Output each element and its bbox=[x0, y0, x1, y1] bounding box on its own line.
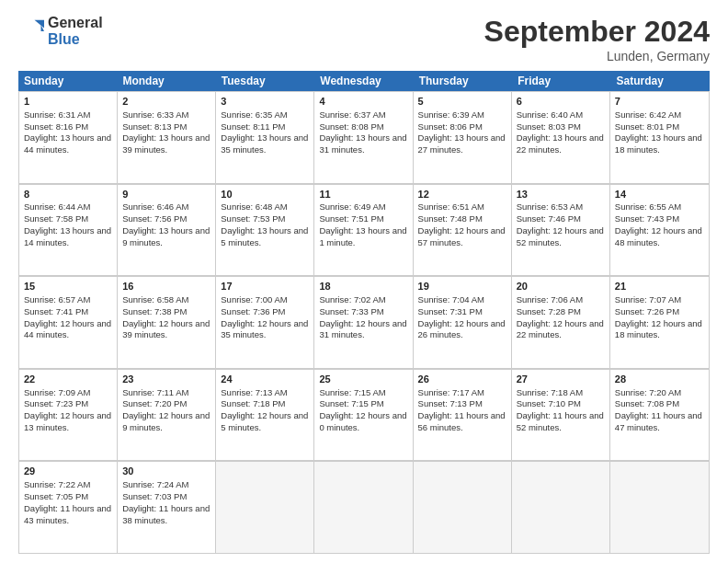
logo-icon bbox=[18, 18, 44, 44]
header-wednesday: Wednesday bbox=[314, 71, 413, 91]
day-7: 7Sunrise: 6:42 AMSunset: 8:01 PMDaylight… bbox=[610, 91, 709, 183]
page-title: September 2024 bbox=[484, 15, 710, 49]
day-30: 30Sunrise: 7:24 AMSunset: 7:03 PMDayligh… bbox=[118, 461, 216, 553]
day-15: 15Sunrise: 6:57 AMSunset: 7:41 PMDayligh… bbox=[19, 276, 118, 368]
page-subtitle: Lunden, Germany bbox=[484, 49, 710, 63]
empty-1 bbox=[216, 461, 314, 553]
day-4: 4Sunrise: 6:37 AMSunset: 8:08 PMDaylight… bbox=[314, 91, 413, 183]
day-14: 14Sunrise: 6:55 AMSunset: 7:43 PMDayligh… bbox=[610, 184, 709, 276]
day-18: 18Sunrise: 7:02 AMSunset: 7:33 PMDayligh… bbox=[314, 276, 413, 368]
day-3: 3Sunrise: 6:35 AMSunset: 8:11 PMDaylight… bbox=[216, 91, 314, 183]
week-row-3: 15Sunrise: 6:57 AMSunset: 7:41 PMDayligh… bbox=[19, 276, 709, 369]
day-19: 19Sunrise: 7:04 AMSunset: 7:31 PMDayligh… bbox=[414, 276, 512, 368]
logo: General Blue bbox=[18, 15, 103, 47]
day-26: 26Sunrise: 7:17 AMSunset: 7:13 PMDayligh… bbox=[414, 369, 512, 461]
day-5: 5Sunrise: 6:39 AMSunset: 8:06 PMDaylight… bbox=[414, 91, 512, 183]
day-22: 22Sunrise: 7:09 AMSunset: 7:23 PMDayligh… bbox=[19, 369, 118, 461]
empty-4 bbox=[512, 461, 610, 553]
header-monday: Monday bbox=[117, 71, 215, 91]
empty-5 bbox=[610, 461, 709, 553]
day-27: 27Sunrise: 7:18 AMSunset: 7:10 PMDayligh… bbox=[512, 369, 610, 461]
week-row-1: 1Sunrise: 6:31 AMSunset: 8:16 PMDaylight… bbox=[19, 91, 709, 184]
day-16: 16Sunrise: 6:58 AMSunset: 7:38 PMDayligh… bbox=[118, 276, 216, 368]
day-25: 25Sunrise: 7:15 AMSunset: 7:15 PMDayligh… bbox=[314, 369, 413, 461]
day-12: 12Sunrise: 6:51 AMSunset: 7:48 PMDayligh… bbox=[414, 184, 512, 276]
week-row-5: 29Sunrise: 7:22 AMSunset: 7:05 PMDayligh… bbox=[19, 461, 709, 553]
header-thursday: Thursday bbox=[414, 71, 512, 91]
logo-blue-text: Blue bbox=[48, 31, 103, 48]
day-28: 28Sunrise: 7:20 AMSunset: 7:08 PMDayligh… bbox=[610, 369, 709, 461]
empty-2 bbox=[314, 461, 413, 553]
day-21: 21Sunrise: 7:07 AMSunset: 7:26 PMDayligh… bbox=[610, 276, 709, 368]
day-29: 29Sunrise: 7:22 AMSunset: 7:05 PMDayligh… bbox=[19, 461, 118, 553]
week-row-4: 22Sunrise: 7:09 AMSunset: 7:23 PMDayligh… bbox=[19, 369, 709, 462]
header-friday: Friday bbox=[512, 71, 610, 91]
week-row-2: 8Sunrise: 6:44 AMSunset: 7:58 PMDaylight… bbox=[19, 184, 709, 277]
day-8: 8Sunrise: 6:44 AMSunset: 7:58 PMDaylight… bbox=[19, 184, 118, 276]
header-sunday: Sunday bbox=[18, 71, 117, 91]
calendar: Sunday Monday Tuesday Wednesday Thursday… bbox=[18, 71, 710, 554]
calendar-body: 1Sunrise: 6:31 AMSunset: 8:16 PMDaylight… bbox=[18, 91, 710, 554]
day-6: 6Sunrise: 6:40 AMSunset: 8:03 PMDaylight… bbox=[512, 91, 610, 183]
day-9: 9Sunrise: 6:46 AMSunset: 7:56 PMDaylight… bbox=[118, 184, 216, 276]
empty-3 bbox=[414, 461, 512, 553]
day-17: 17Sunrise: 7:00 AMSunset: 7:36 PMDayligh… bbox=[216, 276, 314, 368]
day-1: 1Sunrise: 6:31 AMSunset: 8:16 PMDaylight… bbox=[19, 91, 118, 183]
day-23: 23Sunrise: 7:11 AMSunset: 7:20 PMDayligh… bbox=[118, 369, 216, 461]
day-11: 11Sunrise: 6:49 AMSunset: 7:51 PMDayligh… bbox=[314, 184, 413, 276]
day-2: 2Sunrise: 6:33 AMSunset: 8:13 PMDaylight… bbox=[118, 91, 216, 183]
logo-general-text: General bbox=[48, 15, 103, 31]
header-saturday: Saturday bbox=[611, 71, 710, 91]
calendar-header: Sunday Monday Tuesday Wednesday Thursday… bbox=[18, 71, 710, 91]
day-24: 24Sunrise: 7:13 AMSunset: 7:18 PMDayligh… bbox=[216, 369, 314, 461]
day-20: 20Sunrise: 7:06 AMSunset: 7:28 PMDayligh… bbox=[512, 276, 610, 368]
day-10: 10Sunrise: 6:48 AMSunset: 7:53 PMDayligh… bbox=[216, 184, 314, 276]
day-13: 13Sunrise: 6:53 AMSunset: 7:46 PMDayligh… bbox=[512, 184, 610, 276]
header-tuesday: Tuesday bbox=[216, 71, 314, 91]
